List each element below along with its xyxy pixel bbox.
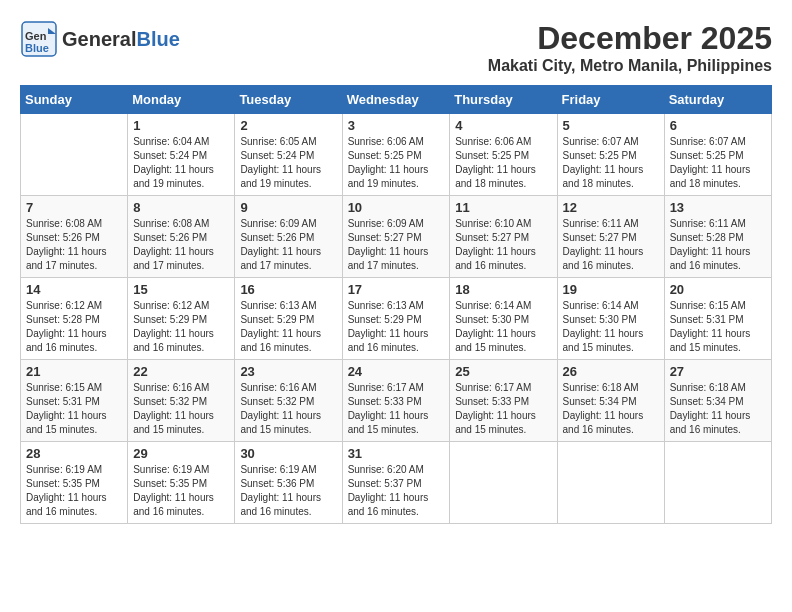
day-number: 24: [348, 364, 445, 379]
day-info: Sunrise: 6:09 AMSunset: 5:27 PMDaylight:…: [348, 217, 445, 273]
day-number: 28: [26, 446, 122, 461]
calendar-cell: 11Sunrise: 6:10 AMSunset: 5:27 PMDayligh…: [450, 196, 557, 278]
day-info: Sunrise: 6:12 AMSunset: 5:29 PMDaylight:…: [133, 299, 229, 355]
day-number: 26: [563, 364, 659, 379]
day-info: Sunrise: 6:16 AMSunset: 5:32 PMDaylight:…: [240, 381, 336, 437]
calendar-body: 1Sunrise: 6:04 AMSunset: 5:24 PMDaylight…: [21, 114, 772, 524]
day-info: Sunrise: 6:18 AMSunset: 5:34 PMDaylight:…: [563, 381, 659, 437]
day-info: Sunrise: 6:07 AMSunset: 5:25 PMDaylight:…: [563, 135, 659, 191]
calendar-cell: 31Sunrise: 6:20 AMSunset: 5:37 PMDayligh…: [342, 442, 450, 524]
day-info: Sunrise: 6:05 AMSunset: 5:24 PMDaylight:…: [240, 135, 336, 191]
day-info: Sunrise: 6:13 AMSunset: 5:29 PMDaylight:…: [348, 299, 445, 355]
calendar-cell: 29Sunrise: 6:19 AMSunset: 5:35 PMDayligh…: [128, 442, 235, 524]
day-info: Sunrise: 6:14 AMSunset: 5:30 PMDaylight:…: [455, 299, 551, 355]
week-row-1: 1Sunrise: 6:04 AMSunset: 5:24 PMDaylight…: [21, 114, 772, 196]
calendar-cell: [450, 442, 557, 524]
day-info: Sunrise: 6:08 AMSunset: 5:26 PMDaylight:…: [133, 217, 229, 273]
calendar-cell: 15Sunrise: 6:12 AMSunset: 5:29 PMDayligh…: [128, 278, 235, 360]
calendar-cell: 28Sunrise: 6:19 AMSunset: 5:35 PMDayligh…: [21, 442, 128, 524]
calendar-cell: 9Sunrise: 6:09 AMSunset: 5:26 PMDaylight…: [235, 196, 342, 278]
day-info: Sunrise: 6:15 AMSunset: 5:31 PMDaylight:…: [670, 299, 766, 355]
calendar-cell: 21Sunrise: 6:15 AMSunset: 5:31 PMDayligh…: [21, 360, 128, 442]
calendar-table: SundayMondayTuesdayWednesdayThursdayFrid…: [20, 85, 772, 524]
logo-text: GeneralBlue: [62, 28, 180, 50]
day-number: 3: [348, 118, 445, 133]
day-number: 31: [348, 446, 445, 461]
calendar-cell: 25Sunrise: 6:17 AMSunset: 5:33 PMDayligh…: [450, 360, 557, 442]
day-number: 20: [670, 282, 766, 297]
day-number: 13: [670, 200, 766, 215]
day-info: Sunrise: 6:20 AMSunset: 5:37 PMDaylight:…: [348, 463, 445, 519]
calendar-cell: 3Sunrise: 6:06 AMSunset: 5:25 PMDaylight…: [342, 114, 450, 196]
day-number: 1: [133, 118, 229, 133]
day-info: Sunrise: 6:19 AMSunset: 5:35 PMDaylight:…: [26, 463, 122, 519]
day-info: Sunrise: 6:19 AMSunset: 5:35 PMDaylight:…: [133, 463, 229, 519]
day-info: Sunrise: 6:06 AMSunset: 5:25 PMDaylight:…: [348, 135, 445, 191]
day-number: 7: [26, 200, 122, 215]
day-number: 5: [563, 118, 659, 133]
calendar-cell: 16Sunrise: 6:13 AMSunset: 5:29 PMDayligh…: [235, 278, 342, 360]
weekday-header-sunday: Sunday: [21, 86, 128, 114]
calendar-cell: 24Sunrise: 6:17 AMSunset: 5:33 PMDayligh…: [342, 360, 450, 442]
day-info: Sunrise: 6:08 AMSunset: 5:26 PMDaylight:…: [26, 217, 122, 273]
calendar-cell: 1Sunrise: 6:04 AMSunset: 5:24 PMDaylight…: [128, 114, 235, 196]
calendar-cell: 10Sunrise: 6:09 AMSunset: 5:27 PMDayligh…: [342, 196, 450, 278]
day-info: Sunrise: 6:14 AMSunset: 5:30 PMDaylight:…: [563, 299, 659, 355]
day-number: 29: [133, 446, 229, 461]
week-row-5: 28Sunrise: 6:19 AMSunset: 5:35 PMDayligh…: [21, 442, 772, 524]
calendar-cell: 4Sunrise: 6:06 AMSunset: 5:25 PMDaylight…: [450, 114, 557, 196]
weekday-header-monday: Monday: [128, 86, 235, 114]
day-info: Sunrise: 6:12 AMSunset: 5:28 PMDaylight:…: [26, 299, 122, 355]
weekday-header-row: SundayMondayTuesdayWednesdayThursdayFrid…: [21, 86, 772, 114]
calendar-cell: 20Sunrise: 6:15 AMSunset: 5:31 PMDayligh…: [664, 278, 771, 360]
logo: Gen Blue GeneralBlue: [20, 20, 180, 58]
calendar-cell: [557, 442, 664, 524]
location-title: Makati City, Metro Manila, Philippines: [488, 57, 772, 75]
calendar-cell: 13Sunrise: 6:11 AMSunset: 5:28 PMDayligh…: [664, 196, 771, 278]
day-number: 6: [670, 118, 766, 133]
weekday-header-saturday: Saturday: [664, 86, 771, 114]
day-info: Sunrise: 6:19 AMSunset: 5:36 PMDaylight:…: [240, 463, 336, 519]
page-header: Gen Blue GeneralBlue December 2025 Makat…: [20, 20, 772, 75]
day-number: 17: [348, 282, 445, 297]
calendar-cell: 23Sunrise: 6:16 AMSunset: 5:32 PMDayligh…: [235, 360, 342, 442]
day-number: 15: [133, 282, 229, 297]
calendar-cell: 17Sunrise: 6:13 AMSunset: 5:29 PMDayligh…: [342, 278, 450, 360]
day-number: 10: [348, 200, 445, 215]
logo-general: General: [62, 28, 136, 50]
day-number: 12: [563, 200, 659, 215]
day-number: 16: [240, 282, 336, 297]
weekday-header-friday: Friday: [557, 86, 664, 114]
svg-text:Blue: Blue: [25, 42, 49, 54]
day-number: 27: [670, 364, 766, 379]
day-info: Sunrise: 6:09 AMSunset: 5:26 PMDaylight:…: [240, 217, 336, 273]
calendar-cell: [21, 114, 128, 196]
day-number: 23: [240, 364, 336, 379]
day-info: Sunrise: 6:11 AMSunset: 5:28 PMDaylight:…: [670, 217, 766, 273]
calendar-cell: [664, 442, 771, 524]
day-info: Sunrise: 6:15 AMSunset: 5:31 PMDaylight:…: [26, 381, 122, 437]
calendar-cell: 6Sunrise: 6:07 AMSunset: 5:25 PMDaylight…: [664, 114, 771, 196]
day-number: 25: [455, 364, 551, 379]
month-title: December 2025: [488, 20, 772, 57]
calendar-cell: 5Sunrise: 6:07 AMSunset: 5:25 PMDaylight…: [557, 114, 664, 196]
calendar-cell: 30Sunrise: 6:19 AMSunset: 5:36 PMDayligh…: [235, 442, 342, 524]
calendar-cell: 27Sunrise: 6:18 AMSunset: 5:34 PMDayligh…: [664, 360, 771, 442]
title-block: December 2025 Makati City, Metro Manila,…: [488, 20, 772, 75]
calendar-cell: 22Sunrise: 6:16 AMSunset: 5:32 PMDayligh…: [128, 360, 235, 442]
calendar-cell: 19Sunrise: 6:14 AMSunset: 5:30 PMDayligh…: [557, 278, 664, 360]
day-number: 11: [455, 200, 551, 215]
day-number: 8: [133, 200, 229, 215]
week-row-3: 14Sunrise: 6:12 AMSunset: 5:28 PMDayligh…: [21, 278, 772, 360]
day-number: 22: [133, 364, 229, 379]
calendar-cell: 18Sunrise: 6:14 AMSunset: 5:30 PMDayligh…: [450, 278, 557, 360]
day-number: 14: [26, 282, 122, 297]
logo-blue: Blue: [136, 28, 179, 50]
weekday-header-thursday: Thursday: [450, 86, 557, 114]
day-info: Sunrise: 6:18 AMSunset: 5:34 PMDaylight:…: [670, 381, 766, 437]
week-row-2: 7Sunrise: 6:08 AMSunset: 5:26 PMDaylight…: [21, 196, 772, 278]
day-number: 19: [563, 282, 659, 297]
day-info: Sunrise: 6:10 AMSunset: 5:27 PMDaylight:…: [455, 217, 551, 273]
logo-icon: Gen Blue: [20, 20, 58, 58]
svg-text:Gen: Gen: [25, 30, 47, 42]
